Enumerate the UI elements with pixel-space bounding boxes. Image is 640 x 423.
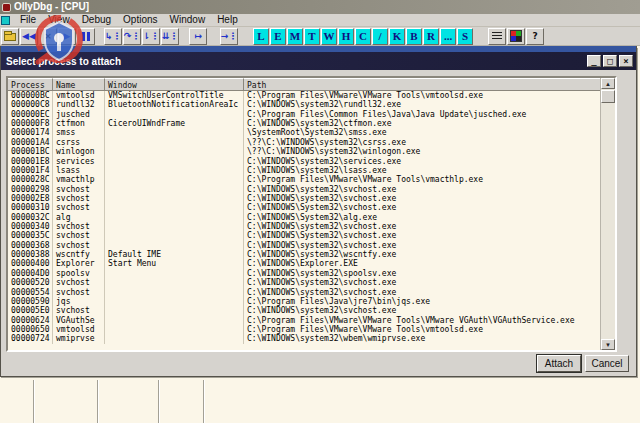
cell-process: 000001E8: [8, 157, 53, 166]
cell-process: 0000032C: [8, 213, 53, 222]
table-row[interactable]: 0000035CsvchostC:\WINDOWS\System32\svcho…: [8, 231, 600, 240]
table-row[interactable]: 00000310svchostC:\WINDOWS\System32\svcho…: [8, 203, 600, 212]
panel-button-R[interactable]: R: [423, 28, 439, 45]
table-row[interactable]: 00000340svchostC:\WINDOWS\system32\svcho…: [8, 222, 600, 231]
cancel-button[interactable]: Cancel: [585, 355, 629, 372]
menu-bar-items: FileViewDebugOptionsWindowHelp: [14, 14, 244, 26]
window-list-icon: [492, 32, 502, 41]
pause-icon: [82, 32, 90, 41]
column-header-path[interactable]: Path: [244, 78, 600, 91]
animate-into-button[interactable]: ⇂⋮: [142, 28, 160, 45]
scroll-up-icon[interactable]: ▲: [601, 78, 615, 89]
cell-process: 00000310: [8, 203, 53, 212]
windows-list-button[interactable]: [488, 28, 506, 45]
cell-path: C:\WINDOWS\System32\alg.exe: [244, 213, 600, 222]
cpu-column-divider: [158, 380, 159, 423]
cell-name: Explorer: [53, 259, 105, 268]
go-to-address-button[interactable]: →⋮: [220, 28, 238, 45]
table-row[interactable]: 0000028CvmacthlpC:\Program Files\VMware\…: [8, 175, 600, 184]
table-row[interactable]: 00000590jqsC:\Program Files\Java\jre7\bi…: [8, 297, 600, 306]
table-row[interactable]: 000000ECjuschedC:\Program Files\Common F…: [8, 110, 600, 119]
panel-button-slash[interactable]: /: [372, 28, 388, 45]
cell-path: C:\WINDOWS\system32\rundll32.exe: [244, 100, 600, 109]
open-folder-icon: [4, 33, 16, 41]
cell-path: C:\WINDOWS\System32\svchost.exe: [244, 203, 600, 212]
close-button[interactable]: ×: [619, 55, 633, 67]
panel-button-B[interactable]: B: [406, 28, 422, 45]
table-row[interactable]: 00000174smss\SystemRoot\System32\smss.ex…: [8, 128, 600, 137]
menu-window[interactable]: Window: [164, 14, 212, 26]
panel-button-dots[interactable]: ...: [440, 28, 456, 45]
cell-process: 00000650: [8, 325, 53, 334]
cell-window: [105, 185, 244, 194]
table-row[interactable]: 00000388wscntfyDefault IMEC:\WINDOWS\sys…: [8, 250, 600, 259]
table-row[interactable]: 000000C8rundll32BluetoothNotificationAre…: [8, 100, 600, 109]
open-file-button[interactable]: [1, 28, 19, 45]
panel-button-S[interactable]: S: [457, 28, 473, 45]
scrollbar-thumb[interactable]: [601, 90, 615, 103]
table-row[interactable]: 000002E8svchostC:\WINDOWS\system32\svcho…: [8, 194, 600, 203]
cell-process: 00000340: [8, 222, 53, 231]
cpu-window-icon[interactable]: [1, 16, 10, 25]
panel-button-H[interactable]: H: [338, 28, 354, 45]
table-row[interactable]: 000005E0svchostC:\WINDOWS\system32\svcho…: [8, 306, 600, 315]
panel-button-L[interactable]: L: [253, 28, 269, 45]
column-header-process[interactable]: Process: [8, 78, 53, 91]
appearance-button[interactable]: [507, 28, 525, 45]
table-row[interactable]: 000001A4csrss\??\C:\WINDOWS\system32\csr…: [8, 138, 600, 147]
panel-button-K[interactable]: K: [389, 28, 405, 45]
panel-button-C[interactable]: C: [355, 28, 371, 45]
table-row[interactable]: 00000724wmiprvseC:\WINDOWS\system32\wbem…: [8, 334, 600, 343]
maximize-button[interactable]: □: [603, 55, 617, 67]
table-row[interactable]: 0000032CalgC:\WINDOWS\System32\alg.exe: [8, 213, 600, 222]
table-row[interactable]: 000001F4lsassC:\WINDOWS\system32\lsass.e…: [8, 166, 600, 175]
cell-name: wscntfy: [53, 250, 105, 259]
menu-options[interactable]: Options: [117, 14, 163, 26]
run-button[interactable]: ▶: [58, 28, 76, 45]
execute-till-return-button[interactable]: ↦: [189, 28, 207, 45]
cpu-column-divider: [97, 380, 98, 423]
table-row[interactable]: 000000F8ctfmonCiceroUIWndFrameC:\WINDOWS…: [8, 119, 600, 128]
table-row[interactable]: 00000400ExplorerStart MenuC:\WINDOWS\Exp…: [8, 259, 600, 268]
table-row[interactable]: 000000BCvmtoolsdVMSwitchUserControlTitle…: [8, 91, 600, 100]
column-header-window[interactable]: Window: [105, 78, 244, 91]
cell-path: C:\WINDOWS\system32\svchost.exe: [244, 194, 600, 203]
table-row[interactable]: 00000624VGAuthSeC:\Program Files\VMware\…: [8, 316, 600, 325]
help-button[interactable]: ?: [526, 28, 544, 45]
cell-window: [105, 325, 244, 334]
panel-button-M[interactable]: M: [287, 28, 303, 45]
column-header-name[interactable]: Name: [53, 78, 105, 91]
menu-help[interactable]: Help: [211, 14, 244, 26]
menu-debug[interactable]: Debug: [76, 14, 117, 26]
table-row[interactable]: 00000368svchostC:\WINDOWS\system32\svcho…: [8, 241, 600, 250]
step-into-button[interactable]: ↳⋮: [104, 28, 122, 45]
table-row[interactable]: 00000298svchostC:\WINDOWS\system32\svcho…: [8, 185, 600, 194]
menu-view[interactable]: View: [42, 14, 76, 26]
pause-button[interactable]: [77, 28, 95, 45]
table-row[interactable]: 00000650vmtoolsdC:\Program Files\VMware\…: [8, 325, 600, 334]
scroll-down-icon[interactable]: ▼: [601, 339, 615, 350]
menu-file[interactable]: File: [14, 14, 42, 26]
close-program-button[interactable]: ×: [39, 28, 57, 45]
animate-over-button[interactable]: ⇊⋮: [161, 28, 179, 45]
panel-button-W[interactable]: W: [321, 28, 337, 45]
main-window-titlebar: OllyDbg - [CPU]: [0, 0, 640, 14]
step-over-button[interactable]: ↷⋮: [123, 28, 141, 45]
table-row[interactable]: 000001BCwinlogon\??\C:\WINDOWS\system32\…: [8, 147, 600, 156]
minimize-button[interactable]: _: [587, 55, 601, 67]
cell-path: C:\Program Files\VMware\VMware Tools\vma…: [244, 175, 600, 184]
table-row[interactable]: 000004D0spoolsvC:\WINDOWS\system32\spool…: [8, 269, 600, 278]
restart-button[interactable]: ◀◀: [20, 28, 38, 45]
panel-button-T[interactable]: T: [304, 28, 320, 45]
cell-process: 00000400: [8, 259, 53, 268]
vertical-scrollbar[interactable]: ▲ ▼: [600, 78, 615, 350]
table-row[interactable]: 00000554svchostC:\WINDOWS\system32\svcho…: [8, 288, 600, 297]
panel-button-E[interactable]: E: [270, 28, 286, 45]
attach-button[interactable]: Attach: [537, 355, 581, 372]
table-row[interactable]: 000001E8servicesC:\WINDOWS\system32\serv…: [8, 157, 600, 166]
cell-window: [105, 147, 244, 156]
cell-process: 000000F8: [8, 119, 53, 128]
cell-process: 0000035C: [8, 231, 53, 240]
table-row[interactable]: 00000520svchostC:\WINDOWS\system32\svcho…: [8, 278, 600, 287]
cell-path: C:\WINDOWS\system32\lsass.exe: [244, 166, 600, 175]
